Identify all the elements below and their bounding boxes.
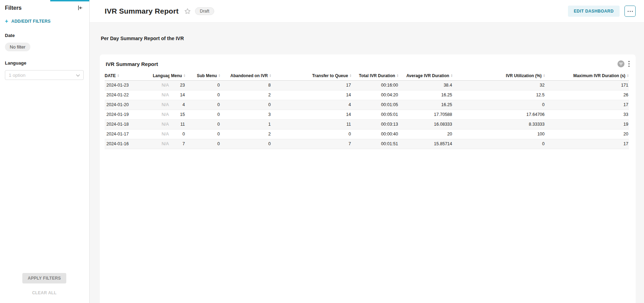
- collapse-filters-button[interactable]: [76, 4, 84, 12]
- favorite-button[interactable]: [184, 8, 191, 14]
- cell-date: 2024-01-20: [105, 100, 153, 110]
- chevron-down-icon: [76, 72, 80, 78]
- cell-average-ivr-duration: 15.85714: [399, 139, 453, 149]
- cell-sub-menu: 0: [186, 139, 220, 149]
- cell-average-ivr-duration: 38.4: [399, 80, 453, 90]
- language-filter-label: Language: [5, 60, 84, 66]
- cell-ivr-utilization: 100: [453, 129, 545, 139]
- cell-sub-menu: 0: [186, 110, 220, 119]
- date-filter-value[interactable]: No filter: [5, 43, 30, 51]
- sort-icon: ▲▼: [269, 74, 271, 77]
- cell-abandoned-on-ivr: 2: [220, 129, 271, 139]
- markdown-text: Per Day Summary Report of the IVR: [101, 36, 636, 41]
- cell-transfer-to-queue: 0: [271, 129, 352, 139]
- column-header-transfer-to-queue[interactable]: Transfer to Queue▲▼: [271, 71, 352, 80]
- table-row: 2024-01-16N/A700700:01:5115.85714017: [105, 139, 629, 149]
- cell-average-ivr-duration: 16.25: [399, 100, 453, 110]
- column-label: Abandoned on IVR: [230, 73, 268, 78]
- cell-transfer-to-queue: 17: [271, 80, 352, 90]
- cell-total-ivr-duration: 00:03:13: [352, 119, 399, 129]
- column-header-language[interactable]: Language▲▼: [153, 71, 170, 80]
- column-header-ivr-utilization[interactable]: IVR Utilization (%)▲▼: [453, 71, 545, 80]
- cell-ivr-utilization: 12.5: [453, 90, 545, 100]
- sort-icon: ▲▼: [543, 74, 545, 77]
- cell-transfer-to-queue: 11: [271, 119, 352, 129]
- cell-transfer-to-queue: 4: [271, 100, 352, 110]
- cell-menu: 4: [170, 100, 186, 110]
- column-label: Average IVR Duration: [406, 73, 449, 78]
- column-header-abandoned-on-ivr[interactable]: Abandoned on IVR▲▼: [220, 71, 271, 80]
- sort-icon: ▲▼: [397, 74, 399, 77]
- cell-language: N/A: [153, 139, 170, 149]
- dashboard-content: Per Day Summary Report of the IVR IVR Su…: [90, 23, 644, 303]
- collapse-panel-icon: [77, 7, 83, 12]
- sidebar-accent-bar: [50, 0, 89, 1]
- sort-icon: ▲▼: [218, 74, 220, 77]
- filter-circle-icon: [617, 64, 625, 69]
- cell-abandoned-on-ivr: 0: [220, 139, 271, 149]
- cell-average-ivr-duration: 20: [399, 129, 453, 139]
- column-header-average-ivr-duration[interactable]: Average IVR Duration▲▼: [399, 71, 453, 80]
- cell-total-ivr-duration: 00:16:00: [352, 80, 399, 90]
- table-row: 2024-01-17N/A002000:00:402010020: [105, 129, 629, 139]
- chart-card: IVR Summary Report: [100, 54, 636, 303]
- cell-transfer-to-queue: 7: [271, 139, 352, 149]
- cell-language: N/A: [153, 119, 170, 129]
- cell-menu: 15: [170, 110, 186, 119]
- column-label: Transfer to Queue: [312, 73, 348, 78]
- cell-language: N/A: [153, 90, 170, 100]
- column-header-date[interactable]: DATE▲▼: [105, 71, 153, 80]
- cell-total-ivr-duration: 00:01:05: [352, 100, 399, 110]
- column-label: Total IVR Duration: [359, 73, 395, 78]
- cell-language: N/A: [153, 110, 170, 119]
- column-label: Maximum IVR Duration (s): [573, 73, 625, 78]
- table-row: 2024-01-22N/A14021400:04:2016.2512.526: [105, 90, 629, 100]
- edit-dashboard-button[interactable]: EDIT DASHBOARD: [568, 6, 620, 17]
- sort-icon: ▲▼: [184, 74, 186, 77]
- kebab-menu-icon: [628, 63, 630, 68]
- more-actions-button[interactable]: [624, 6, 636, 17]
- cell-abandoned-on-ivr: 2: [220, 90, 271, 100]
- add-edit-filters-button[interactable]: + ADD/EDIT FILTERS: [5, 19, 84, 24]
- cell-total-ivr-duration: 00:01:51: [352, 139, 399, 149]
- cross-filter-button[interactable]: [617, 60, 625, 68]
- clear-all-button[interactable]: CLEAR ALL: [32, 290, 57, 295]
- filters-title: Filters: [5, 5, 22, 11]
- cell-date: 2024-01-22: [105, 90, 153, 100]
- sort-icon: ▲▼: [627, 74, 629, 77]
- cell-total-ivr-duration: 00:05:01: [352, 110, 399, 119]
- sort-icon: ▲▼: [117, 74, 119, 77]
- cell-menu: 0: [170, 129, 186, 139]
- column-header-total-ivr-duration[interactable]: Total IVR Duration▲▼: [352, 71, 399, 80]
- chart-menu-button[interactable]: [628, 61, 630, 67]
- cell-menu: 23: [170, 80, 186, 90]
- table-row: 2024-01-23N/A23081700:16:0038.432171: [105, 80, 629, 90]
- language-filter-select[interactable]: 1 option: [5, 70, 84, 80]
- cell-abandoned-on-ivr: 3: [220, 110, 271, 119]
- dashboard-header: IVR Summary Report Draft EDIT DASHBOARD: [90, 0, 644, 23]
- cell-transfer-to-queue: 14: [271, 90, 352, 100]
- cell-language: N/A: [153, 129, 170, 139]
- ellipsis-icon: [628, 11, 633, 12]
- cell-sub-menu: 0: [186, 90, 220, 100]
- status-badge[interactable]: Draft: [195, 7, 214, 15]
- star-icon: [184, 10, 191, 15]
- column-header-menu[interactable]: Menu▲▼: [170, 71, 186, 80]
- table-row: 2024-01-20N/A400400:01:0516.25017: [105, 100, 629, 110]
- cell-sub-menu: 0: [186, 129, 220, 139]
- cell-sub-menu: 0: [186, 119, 220, 129]
- cell-abandoned-on-ivr: 0: [220, 100, 271, 110]
- cell-average-ivr-duration: 16.25: [399, 90, 453, 100]
- apply-filters-button[interactable]: APPLY FILTERS: [22, 273, 66, 283]
- cell-average-ivr-duration: 17.70588: [399, 110, 453, 119]
- column-header-sub-menu[interactable]: Sub Menu▲▼: [186, 71, 220, 80]
- cell-total-ivr-duration: 00:00:40: [352, 129, 399, 139]
- language-filter-group: Language 1 option: [5, 60, 84, 80]
- cell-maximum-ivr-duration-s: 17: [545, 100, 629, 110]
- column-label: DATE: [105, 73, 116, 78]
- column-header-maximum-ivr-duration-s[interactable]: Maximum IVR Duration (s)▲▼: [545, 71, 629, 80]
- cell-maximum-ivr-duration-s: 33: [545, 110, 629, 119]
- sort-icon: ▲▼: [451, 74, 453, 77]
- date-filter-group: Date No filter: [5, 33, 84, 51]
- cell-menu: 11: [170, 119, 186, 129]
